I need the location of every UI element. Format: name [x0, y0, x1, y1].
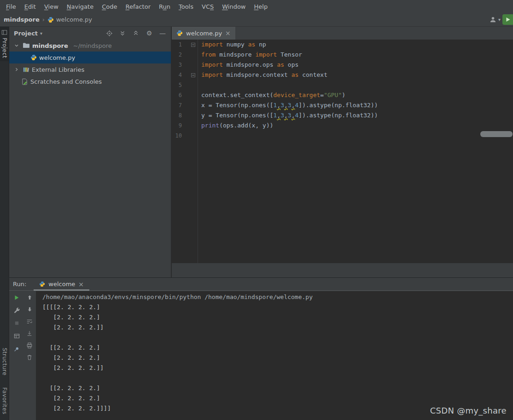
soft-wrap-icon[interactable]: [25, 317, 34, 325]
menu-item-navigate[interactable]: Navigate: [63, 1, 98, 12]
settings-gear-icon[interactable]: ⚙: [144, 28, 155, 38]
menu-item-refactor[interactable]: Refactor: [121, 1, 155, 12]
project-panel-header: Project ▾ ⚙ —: [9, 27, 171, 40]
stripe-label-structure: Structure: [1, 348, 8, 375]
code-area[interactable]: 1−import numpy as np2from mindspore impo…: [172, 40, 513, 263]
fold-gutter-space: [182, 90, 198, 100]
code-line-4[interactable]: 4−import mindspore.context as context: [172, 70, 513, 80]
menu-item-vcs[interactable]: VCS: [198, 1, 218, 12]
run-panel-header: Run: welcome ×: [9, 278, 513, 291]
fold-gutter-space: [182, 100, 198, 110]
restore-layout-icon[interactable]: [12, 332, 21, 340]
clear-all-icon[interactable]: [25, 353, 34, 361]
code-line-2[interactable]: 2from mindspore import Tensor: [172, 50, 513, 60]
tree-file-name: welcome.py: [39, 54, 75, 61]
project-panel-title[interactable]: Project: [14, 30, 38, 37]
tree-scratches-label: Scratches and Consoles: [30, 78, 102, 85]
editor: welcome.py × 1−import numpy as np2from m…: [172, 27, 513, 277]
scroll-to-end-icon[interactable]: [25, 329, 34, 337]
user-account-icon[interactable]: [490, 16, 496, 23]
editor-tab-bar: welcome.py ×: [172, 27, 513, 40]
tree-row-project-root[interactable]: mindspore ~/mindspore: [9, 40, 171, 52]
line-number: 4: [172, 70, 182, 80]
corner-plugin-icon[interactable]: [502, 14, 513, 25]
menu-item-view[interactable]: View: [40, 1, 63, 12]
tree-row-welcome-py[interactable]: welcome.py: [9, 52, 171, 63]
chevron-right-icon[interactable]: [13, 67, 20, 72]
menu-item-file[interactable]: File: [2, 1, 20, 12]
menu-item-tools[interactable]: Tools: [175, 1, 198, 12]
close-icon[interactable]: ×: [225, 30, 231, 36]
python-file-icon: [47, 17, 54, 23]
line-number: 10: [172, 131, 182, 141]
locate-icon[interactable]: [104, 28, 115, 38]
tree-row-scratches[interactable]: Scratches and Consoles: [9, 75, 171, 87]
rerun-icon[interactable]: [12, 293, 21, 301]
down-stack-trace-icon[interactable]: [25, 305, 34, 313]
tool-window-stripe: Project Structure Favorites: [0, 27, 9, 420]
code-line-5[interactable]: 5: [172, 80, 513, 90]
console-line: [2. 2. 2. 2.]: [42, 393, 513, 403]
code-line-3[interactable]: 3import mindspore.ops as ops: [172, 60, 513, 70]
run-toolbar-left: [11, 293, 22, 353]
console-output[interactable]: /home/mao/anaconda3/envs/minspore/bin/py…: [36, 291, 513, 420]
run-toolbar-right: [24, 293, 35, 361]
chevron-down-icon[interactable]: [13, 43, 20, 48]
pin-icon[interactable]: [12, 345, 21, 353]
library-icon: [23, 66, 29, 73]
breadcrumb-project[interactable]: mindspore: [4, 16, 40, 23]
scrollbar-thumb[interactable]: [480, 131, 513, 137]
line-number: 1: [172, 40, 182, 50]
tree-project-path: ~/mindspore: [73, 42, 112, 49]
code-line-6[interactable]: 6context.set_context(device_target="GPU"…: [172, 90, 513, 100]
python-file-icon: [176, 30, 183, 36]
stripe-button-favorites[interactable]: Favorites: [0, 385, 9, 417]
code-line-8[interactable]: 8y = Tensor(np.ones([1,3,3,4]).astype(np…: [172, 110, 513, 121]
tree-row-external-libraries[interactable]: External Libraries: [9, 63, 171, 75]
editor-tab-label: welcome.py: [186, 30, 222, 37]
console-line: [2. 2. 2. 2.]: [42, 353, 513, 363]
stripe-button-structure[interactable]: Structure: [0, 345, 9, 378]
folder-icon: [23, 42, 30, 49]
code-line-1[interactable]: 1−import numpy as np: [172, 40, 513, 50]
menu-item-code[interactable]: Code: [98, 1, 121, 12]
run-label: Run:: [13, 281, 26, 288]
run-tab-label: welcome: [48, 281, 75, 288]
run-panel: Run: welcome ×: [9, 277, 513, 420]
fold-marker-icon[interactable]: −: [182, 70, 198, 80]
wrench-icon[interactable]: [12, 306, 21, 314]
breadcrumb-chevron-icon: ›: [42, 16, 45, 23]
menu-item-help[interactable]: Help: [250, 1, 272, 12]
menu-item-window[interactable]: Window: [218, 1, 250, 12]
editor-tab-welcome-py[interactable]: welcome.py ×: [172, 27, 235, 40]
stripe-button-project[interactable]: Project: [0, 27, 9, 61]
code-line-9[interactable]: 9print(ops.add(x, y)): [172, 121, 513, 131]
project-panel: Project ▾ ⚙ — mindspore: [9, 27, 171, 277]
tree-project-name: mindspore: [32, 42, 68, 49]
fold-marker-icon[interactable]: −: [182, 40, 198, 50]
hide-panel-icon[interactable]: —: [157, 28, 168, 38]
print-icon[interactable]: [25, 341, 34, 349]
project-tree: mindspore ~/mindspore welcome.py Externa…: [9, 40, 171, 87]
collapse-all-icon[interactable]: [130, 28, 141, 38]
expand-all-icon[interactable]: [117, 28, 128, 38]
menu-item-edit[interactable]: Edit: [20, 1, 40, 12]
line-number: 8: [172, 110, 182, 121]
code-line-10[interactable]: 10: [172, 131, 513, 141]
stop-icon[interactable]: [12, 319, 21, 327]
chevron-down-icon[interactable]: ▾: [40, 31, 42, 36]
line-number: 5: [172, 80, 182, 90]
line-number: 7: [172, 100, 182, 110]
watermark: CSDN @my_share: [430, 406, 507, 415]
fold-gutter-space: [182, 121, 198, 131]
code-line-7[interactable]: 7x = Tensor(np.ones([1,3,3,4]).astype(np…: [172, 100, 513, 110]
fold-gutter-space: [182, 80, 198, 90]
up-stack-trace-icon[interactable]: [25, 293, 34, 301]
stripe-label-favorites: Favorites: [1, 387, 8, 414]
breadcrumb-file[interactable]: welcome.py: [56, 16, 92, 23]
run-tab-welcome[interactable]: welcome ×: [34, 278, 89, 291]
menu-item-run[interactable]: Run: [155, 1, 175, 12]
close-icon[interactable]: ×: [78, 281, 84, 288]
editor-scrollbar-track[interactable]: [172, 263, 513, 277]
chevron-down-icon[interactable]: ▾: [498, 17, 501, 22]
